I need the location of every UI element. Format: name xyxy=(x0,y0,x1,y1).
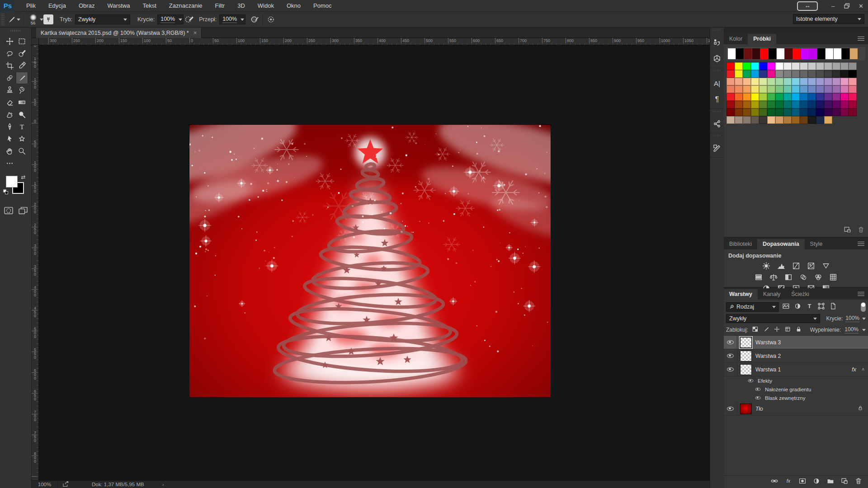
new-swatch-button[interactable] xyxy=(844,226,851,235)
color-swatch[interactable] xyxy=(751,108,759,116)
menu-item-okno[interactable]: Okno xyxy=(280,0,307,12)
horizontal-ruler[interactable]: 3002502001501005005010015020025030035040… xyxy=(32,38,710,45)
color-swatch[interactable] xyxy=(783,93,792,101)
delete-layer-button[interactable] xyxy=(854,477,863,487)
gradient-tool[interactable] xyxy=(16,96,28,108)
eyedropper-tool[interactable] xyxy=(16,60,28,72)
color-swatch[interactable] xyxy=(800,78,808,85)
new-group-button[interactable] xyxy=(826,477,835,487)
color-swatch[interactable] xyxy=(726,93,735,101)
swatches-panel-menu-icon[interactable] xyxy=(858,36,864,41)
color-swatch[interactable] xyxy=(816,101,824,108)
color-swatch[interactable] xyxy=(726,101,735,108)
lock-image-pixels-icon[interactable] xyxy=(763,326,769,334)
document-size-info[interactable]: Dok: 1,37 MB/5,95 MB xyxy=(92,482,144,487)
color-swatch[interactable] xyxy=(751,101,759,108)
fill-value[interactable]: 100% xyxy=(844,326,859,333)
color-swatch[interactable] xyxy=(759,78,767,85)
clone-stamp-tool[interactable] xyxy=(4,84,16,96)
brightness-contrast-icon[interactable] xyxy=(761,261,772,271)
opacity-select[interactable]: 100% xyxy=(157,14,184,24)
artboard-panel-icon[interactable] xyxy=(712,143,722,154)
color-swatch[interactable] xyxy=(816,85,824,93)
color-swatch[interactable] xyxy=(808,116,816,124)
color-swatch[interactable] xyxy=(824,93,832,101)
layer-thumbnail[interactable] xyxy=(740,404,752,414)
color-swatch[interactable] xyxy=(800,93,808,101)
close-button[interactable]: ✕ xyxy=(855,1,867,11)
color-swatch[interactable] xyxy=(743,62,751,70)
color-swatch[interactable] xyxy=(840,108,849,116)
color-swatch[interactable] xyxy=(767,93,775,101)
color-swatch[interactable] xyxy=(849,108,857,116)
crop-tool[interactable] xyxy=(4,60,16,72)
quick-selection-tool[interactable] xyxy=(16,47,28,60)
filter-type-icon[interactable]: T xyxy=(806,302,813,312)
color-swatch[interactable] xyxy=(840,101,849,108)
eye-icon[interactable] xyxy=(755,388,761,391)
color-swatch[interactable] xyxy=(816,70,824,78)
color-swatch[interactable] xyxy=(735,93,743,101)
recent-swatch[interactable] xyxy=(769,48,776,59)
recent-swatch[interactable] xyxy=(728,48,736,59)
chevron-down-icon[interactable] xyxy=(862,329,866,331)
recent-swatch[interactable] xyxy=(801,48,809,59)
quick-mask-button[interactable] xyxy=(4,206,14,216)
zoom-level-field[interactable]: 100% xyxy=(32,482,58,487)
layer-name[interactable]: Warstwa 1 xyxy=(755,366,781,373)
color-swatch[interactable] xyxy=(767,116,775,124)
color-swatch[interactable] xyxy=(849,78,857,85)
levels-icon[interactable] xyxy=(776,261,787,271)
smudge-tool[interactable] xyxy=(4,108,16,121)
airbrush-toggle-icon[interactable] xyxy=(249,14,260,25)
color-swatch[interactable] xyxy=(849,70,857,78)
color-swatch[interactable] xyxy=(840,78,849,85)
color-swatch[interactable] xyxy=(759,62,767,70)
restore-button[interactable] xyxy=(841,1,853,11)
color-swatch[interactable] xyxy=(824,70,832,78)
default-colors-icon[interactable] xyxy=(3,189,9,195)
color-swatch[interactable] xyxy=(767,101,775,108)
lock-transparency-icon[interactable] xyxy=(752,326,759,334)
color-swatch[interactable] xyxy=(808,108,816,116)
menu-item-obraz[interactable]: Obraz xyxy=(72,0,101,12)
menu-item-warstwa[interactable]: Warstwa xyxy=(101,0,136,12)
recent-swatch[interactable] xyxy=(826,48,833,59)
color-swatch[interactable] xyxy=(783,85,792,93)
eye-icon[interactable] xyxy=(727,354,734,358)
color-swatch[interactable] xyxy=(783,108,792,116)
hand-tool[interactable] xyxy=(4,145,16,157)
rectangular-marquee-tool[interactable] xyxy=(16,35,28,47)
color-swatch[interactable] xyxy=(751,116,759,124)
color-swatch[interactable] xyxy=(743,108,751,116)
dodge-tool[interactable] xyxy=(16,108,28,121)
eye-icon[interactable] xyxy=(727,340,734,344)
character-panel-icon[interactable]: A| xyxy=(712,78,722,89)
color-swatch[interactable] xyxy=(840,62,849,70)
layer-row-warstwa-3[interactable]: Warstwa 3 xyxy=(724,336,868,349)
color-swatch[interactable] xyxy=(726,116,735,124)
color-swatch[interactable] xyxy=(743,70,751,78)
filter-adjustment-icon[interactable] xyxy=(794,302,802,312)
recent-swatch[interactable] xyxy=(834,48,841,59)
collapse-effects-icon[interactable]: ˄ xyxy=(862,367,864,372)
layer-fx-badge[interactable]: fx xyxy=(852,366,856,373)
color-swatch[interactable] xyxy=(775,108,783,116)
color-swatch[interactable] xyxy=(775,101,783,108)
filter-shape-icon[interactable] xyxy=(817,302,825,312)
color-swatch[interactable] xyxy=(751,78,759,85)
color-swatch[interactable] xyxy=(759,93,767,101)
color-swatch[interactable] xyxy=(775,116,783,124)
swatches-tab-prbki[interactable]: Próbki xyxy=(748,34,776,44)
color-swatch[interactable] xyxy=(840,85,849,93)
color-swatch[interactable] xyxy=(767,85,775,93)
color-swatch[interactable] xyxy=(840,93,849,101)
history-brush-tool[interactable] xyxy=(16,84,28,96)
layer-name[interactable]: Tło xyxy=(755,406,763,412)
pressure-opacity-icon[interactable] xyxy=(184,14,194,25)
workspace-select[interactable]: Istotne elementy xyxy=(793,14,864,24)
document-tab[interactable]: Kartka świąteczna 2015.psd @ 100% (Warst… xyxy=(36,28,202,38)
eye-icon[interactable] xyxy=(755,396,761,399)
color-swatch[interactable] xyxy=(800,70,808,78)
color-swatch[interactable] xyxy=(726,85,735,93)
